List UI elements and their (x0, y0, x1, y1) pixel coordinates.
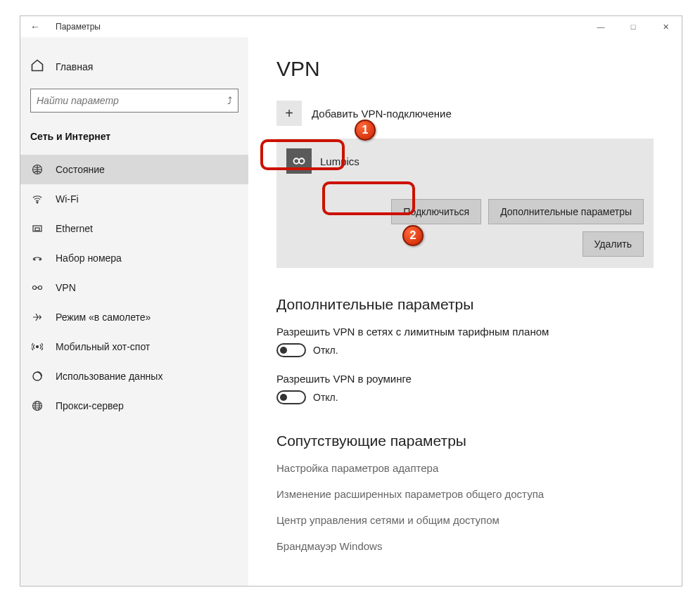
maximize-button[interactable]: □ (617, 16, 649, 37)
sidebar-item-status[interactable]: Состояние (20, 155, 248, 184)
option-metered-label: Разрешить VPN в сетях с лимитным тарифны… (276, 326, 654, 338)
sidebar-item-wifi[interactable]: Wi-Fi (20, 184, 248, 214)
vpn-entry[interactable]: Lumpics (286, 148, 644, 174)
sidebar: Главная ⤴ Сеть и Интернет Состояние Wi-F… (20, 37, 248, 586)
delete-button[interactable]: Удалить (583, 231, 644, 257)
link-adv-sharing[interactable]: Изменение расширенных параметров общего … (276, 488, 654, 500)
extra-options-heading: Дополнительные параметры (276, 296, 654, 313)
globe-grid-icon (30, 164, 44, 175)
sidebar-item-label: Ethernet (56, 223, 93, 234)
toggle-metered[interactable] (276, 343, 306, 357)
vpn-icon (30, 282, 44, 293)
sidebar-group-header: Сеть и Интернет (20, 127, 248, 155)
svg-point-7 (39, 286, 42, 290)
link-firewall[interactable]: Брандмауэр Windows (276, 540, 654, 552)
link-network-center[interactable]: Центр управления сетями и общим доступом (276, 514, 654, 526)
ethernet-icon (30, 223, 44, 234)
toggle-roaming[interactable] (276, 390, 306, 404)
add-vpn-row[interactable]: + Добавить VPN-подключение (276, 101, 654, 126)
sidebar-home[interactable]: Главная (20, 54, 248, 89)
option-roaming-label: Разрешить VPN в роуминге (276, 373, 654, 385)
search-input[interactable]: ⤴ (30, 89, 238, 113)
search-field[interactable] (37, 95, 227, 106)
vpn-connection-panel: Lumpics Подключиться Дополнительные пара… (276, 139, 654, 268)
window-title: Параметры (56, 22, 101, 32)
sidebar-item-dialup[interactable]: Набор номера (20, 243, 248, 273)
sidebar-item-label: Wi-Fi (56, 193, 79, 205)
link-adapter-options[interactable]: Настройка параметров адаптера (276, 462, 654, 474)
close-button[interactable]: ✕ (649, 16, 682, 37)
svg-point-8 (37, 346, 39, 348)
svg-point-1 (37, 202, 38, 203)
sidebar-item-label: Прокси-сервер (56, 400, 124, 411)
sidebar-item-ethernet[interactable]: Ethernet (20, 214, 248, 243)
hotspot-icon (30, 341, 44, 352)
sidebar-home-label: Главная (56, 61, 93, 72)
main-panel: VPN + Добавить VPN-подключение Lumpics П… (248, 37, 682, 586)
svg-point-5 (39, 259, 41, 260)
page-title: VPN (276, 57, 654, 81)
related-heading: Сопутствующие параметры (276, 433, 654, 449)
sidebar-item-label: Режим «в самолете» (56, 312, 151, 323)
svg-point-13 (299, 158, 305, 164)
sidebar-item-hotspot[interactable]: Мобильный хот-спот (20, 332, 248, 361)
airplane-icon (30, 312, 44, 323)
svg-point-6 (33, 286, 37, 290)
svg-rect-3 (35, 228, 39, 231)
back-icon[interactable]: ← (30, 21, 44, 32)
sidebar-item-label: Использование данных (56, 371, 163, 382)
connect-button[interactable]: Подключиться (391, 199, 481, 224)
add-vpn-label: Добавить VPN-подключение (312, 108, 452, 120)
search-icon: ⤴ (227, 95, 232, 106)
sidebar-item-label: VPN (56, 282, 76, 293)
dialup-icon (30, 252, 44, 264)
vpn-entry-name: Lumpics (320, 155, 359, 167)
minimize-button[interactable]: — (585, 16, 617, 37)
svg-point-12 (294, 158, 300, 164)
sidebar-item-vpn[interactable]: VPN (20, 273, 248, 302)
proxy-icon (30, 400, 44, 411)
advanced-options-button[interactable]: Дополнительные параметры (488, 199, 644, 224)
sidebar-item-label: Состояние (56, 164, 105, 175)
settings-window: ← Параметры — □ ✕ Главная ⤴ Сеть и Интер… (20, 15, 682, 587)
data-usage-icon (30, 371, 44, 382)
sidebar-item-label: Мобильный хот-спот (56, 341, 150, 352)
sidebar-item-airplane[interactable]: Режим «в самолете» (20, 302, 248, 332)
svg-point-4 (34, 259, 35, 260)
toggle-roaming-state: Откл. (313, 392, 338, 403)
sidebar-item-data-usage[interactable]: Использование данных (20, 361, 248, 391)
sidebar-item-proxy[interactable]: Прокси-сервер (20, 391, 248, 421)
plus-icon: + (276, 101, 302, 126)
titlebar: ← Параметры — □ ✕ (20, 16, 682, 37)
toggle-metered-state: Откл. (313, 345, 338, 356)
wifi-icon (30, 193, 44, 205)
vpn-connection-icon (286, 148, 312, 174)
home-icon (30, 58, 44, 75)
sidebar-item-label: Набор номера (56, 252, 122, 264)
